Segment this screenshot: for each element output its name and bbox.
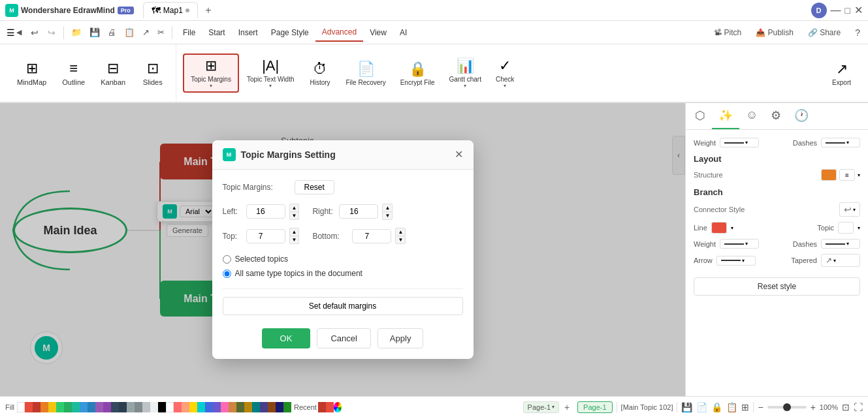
top-up-button[interactable]: ▲ — [289, 228, 300, 236]
kanban-button[interactable]: ⊟ Kanban — [94, 57, 132, 89]
export-button[interactable]: ↗ Export — [826, 58, 858, 89]
zoom-in-button[interactable]: + — [811, 402, 816, 412]
weight-dropdown[interactable]: ▾ — [720, 138, 759, 147]
menu-file[interactable]: File — [176, 24, 202, 41]
top-down-button[interactable]: ▼ — [289, 236, 300, 244]
palette-cell-darkgoldenrod[interactable] — [244, 402, 252, 412]
panel-tab-gear[interactable]: ⚙ — [764, 103, 788, 129]
menu-page-style[interactable]: Page Style — [265, 24, 315, 41]
reset-button[interactable]: Reset — [295, 180, 334, 194]
canvas[interactable]: Main Idea Main Topic Subtopic Subtopic S… — [0, 103, 685, 396]
dashes-dropdown[interactable]: ▾ — [821, 138, 860, 147]
tapered-dropdown[interactable]: ↗ ▾ — [821, 254, 860, 267]
branch-dashes-dropdown[interactable]: ▾ — [821, 239, 860, 249]
top-input[interactable] — [246, 229, 285, 243]
connector-style-dropdown[interactable]: ↩ ▾ — [839, 202, 860, 217]
left-up-button[interactable]: ▲ — [289, 204, 300, 211]
close-button[interactable]: ✕ — [854, 4, 863, 16]
structure-color-swatch[interactable] — [821, 169, 837, 181]
panel-tab-face[interactable]: ☺ — [739, 103, 764, 129]
outline-button[interactable]: ≡ Outline — [56, 57, 91, 89]
palette-cell-transparent[interactable] — [17, 402, 25, 412]
redo-button[interactable]: ↪ — [44, 26, 59, 39]
topic-margins-button[interactable]: ⊞ Topic Margins ▾ — [183, 54, 239, 93]
topic-dropdown-arrow[interactable]: ▾ — [858, 225, 860, 231]
palette-cell-teal2[interactable] — [252, 402, 260, 412]
panel-tab-format[interactable]: ⬡ — [688, 103, 712, 129]
fullscreen-button[interactable]: ⛶ — [854, 402, 863, 412]
color-picker-button[interactable] — [334, 402, 342, 412]
reset-style-button[interactable]: Reset style — [694, 277, 860, 296]
toolbar-icon-1[interactable]: 📁 — [68, 26, 85, 39]
minimize-button[interactable]: — — [831, 5, 841, 16]
menu-insert[interactable]: Insert — [232, 24, 265, 41]
line-dropdown-arrow[interactable]: ▾ — [731, 225, 733, 231]
palette-cell-white[interactable] — [150, 402, 158, 412]
status-icon-2[interactable]: 📄 — [696, 402, 707, 412]
modal-close-button[interactable]: ✕ — [455, 148, 463, 161]
ok-button[interactable]: OK — [262, 328, 311, 348]
toolbar-icon-4[interactable]: 📋 — [121, 26, 138, 39]
all-same-type-radio[interactable]: All same type topics in the document — [223, 269, 463, 278]
palette-cell-teal[interactable] — [72, 402, 80, 412]
toolbar-icon-6[interactable]: ✂ — [154, 26, 168, 39]
right-input[interactable] — [339, 204, 378, 219]
bottom-input[interactable] — [352, 229, 391, 243]
recent-color-1[interactable] — [318, 402, 326, 412]
map-tab[interactable]: 🗺 Map1 — [143, 2, 198, 18]
check-button[interactable]: ✓ Check ▾ — [489, 55, 521, 91]
gantt-chart-button[interactable]: 📊 Gantt chart ▾ — [442, 55, 487, 91]
topic-color-swatch[interactable] — [838, 222, 854, 234]
palette-cell-hotpink[interactable] — [221, 402, 229, 412]
encrypt-file-button[interactable]: 🔒 Encrypt File — [394, 58, 442, 89]
palette-cell-midnightblue[interactable] — [276, 402, 283, 412]
undo-button[interactable]: ↩ — [27, 26, 42, 39]
pitch-button[interactable]: 📽 Pitch — [709, 25, 747, 40]
slides-button[interactable]: ⊡ Slides — [135, 57, 170, 89]
status-icon-1[interactable]: 💾 — [681, 402, 692, 412]
palette-cell-red2[interactable] — [33, 402, 40, 412]
cancel-button[interactable]: Cancel — [317, 328, 370, 348]
menu-start[interactable]: Start — [202, 24, 231, 41]
palette-cell-slateblue[interactable] — [213, 402, 221, 412]
structure-dropdown-arrow[interactable]: ▾ — [858, 172, 860, 178]
palette-cell-orange[interactable] — [40, 402, 48, 412]
left-input[interactable] — [246, 204, 285, 219]
palette-cell-light-salmon[interactable] — [182, 402, 189, 412]
apply-button[interactable]: Apply — [378, 328, 424, 348]
help-button[interactable]: ? — [850, 25, 865, 40]
palette-cell-dark[interactable] — [111, 402, 119, 412]
menu-advanced[interactable]: Advanced — [315, 23, 363, 42]
status-icon-3[interactable]: 🔒 — [711, 402, 722, 412]
palette-cell-lightgray[interactable] — [142, 402, 150, 412]
fit-screen-button[interactable]: ⊡ — [842, 402, 850, 412]
palette-cell-green1[interactable] — [56, 402, 64, 412]
palette-cell-dark2[interactable] — [119, 402, 127, 412]
zoom-slider[interactable] — [767, 406, 807, 409]
palette-cell-purple2[interactable] — [103, 402, 111, 412]
palette-cell-darkturquoise[interactable] — [197, 402, 205, 412]
line-color-swatch[interactable] — [711, 222, 727, 234]
recent-color-2[interactable] — [326, 402, 334, 412]
palette-cell-blue2[interactable] — [88, 402, 95, 412]
zoom-out-button[interactable]: − — [758, 402, 763, 412]
add-tab-button[interactable]: + — [201, 3, 216, 18]
menu-ai[interactable]: AI — [393, 24, 413, 41]
user-avatar[interactable]: D — [811, 3, 827, 18]
toolbar-icon-2[interactable]: 💾 — [86, 26, 103, 39]
history-button[interactable]: ⏱ History — [302, 58, 338, 89]
structure-layout-btn[interactable]: ≡ — [839, 169, 855, 181]
arrow-dropdown[interactable]: ▾ — [716, 256, 756, 266]
bottom-up-button[interactable]: ▲ — [395, 228, 406, 236]
topic-text-width-button[interactable]: |A| Topic Text Width ▾ — [240, 55, 301, 91]
palette-cell-salmon[interactable] — [174, 402, 182, 412]
page-tab-1[interactable]: Page-1 ▾ — [523, 401, 559, 413]
mindmap-button[interactable]: ⊞ MindMap — [10, 57, 53, 89]
palette-cell-white2[interactable] — [166, 402, 174, 412]
menu-view[interactable]: View — [363, 24, 393, 41]
panel-tab-sparkle[interactable]: ✨ — [712, 103, 739, 129]
active-page-tab[interactable]: Page-1 — [577, 401, 612, 413]
file-recovery-button[interactable]: 📄 File Recovery — [340, 58, 393, 89]
palette-cell-gray2[interactable] — [135, 402, 142, 412]
palette-cell-gold[interactable] — [189, 402, 197, 412]
